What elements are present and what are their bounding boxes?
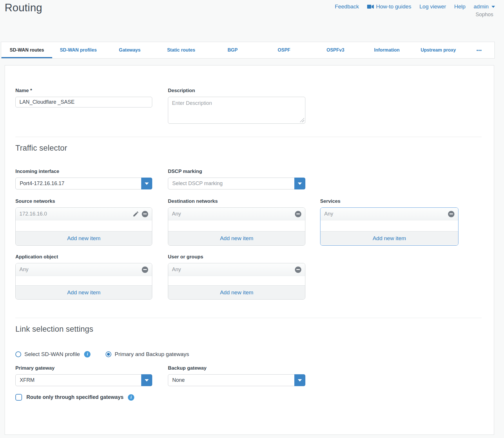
tab-bgp[interactable]: BGP (207, 42, 258, 58)
radio-label: Primary and Backup gateways (115, 351, 189, 357)
backup-gateway-select[interactable]: None (168, 374, 305, 386)
chevron-down-icon[interactable] (294, 178, 305, 189)
list-item: Any (16, 263, 152, 276)
route-only-checkbox[interactable] (15, 394, 22, 401)
info-icon[interactable]: i (84, 351, 90, 357)
tab-gateways[interactable]: Gateways (104, 42, 155, 58)
minus-circle-icon[interactable] (448, 211, 454, 217)
list-item: Any (168, 208, 305, 220)
incoming-interface-value: Port4-172.16.16.17 (16, 180, 141, 187)
minus-circle-icon[interactable] (142, 211, 148, 217)
item-text: Any (172, 267, 181, 273)
radio-primary-and-backup-gateways[interactable]: Primary and Backup gateways (106, 351, 189, 357)
application-object-box: Any Add new item (15, 263, 152, 300)
dscp-marking-placeholder: Select DSCP marking (168, 180, 294, 187)
tab-sd-wan-profiles[interactable]: SD-WAN profiles (52, 42, 104, 58)
backup-gateway-value: None (168, 377, 294, 383)
brand-label: Sophos (476, 12, 493, 18)
video-camera-icon (367, 4, 374, 9)
tab-upstream-proxy[interactable]: Upstream proxy (413, 42, 464, 58)
tab-ospfv3[interactable]: OSPFv3 (310, 42, 361, 58)
gateway-mode-radio-row: Select SD-WAN profile i Primary and Back… (15, 351, 482, 357)
header-links: Feedback How-to guides Log viewer Help a… (335, 3, 495, 10)
item-text: Any (324, 211, 333, 217)
required-asterisk: * (30, 88, 32, 93)
itembox-empty-area (320, 220, 458, 231)
tab-static-routes[interactable]: Static routes (155, 42, 207, 58)
itembox-empty-area (16, 276, 152, 285)
list-item: 172.16.16.0 (16, 208, 152, 220)
chevron-down-icon[interactable] (141, 178, 152, 189)
user-or-groups-label: User or groups (168, 254, 305, 260)
page-title: Routing (5, 2, 42, 14)
destination-networks-box: Any Add new item (168, 207, 305, 246)
section-divider (15, 318, 482, 318)
description-textarea[interactable] (168, 97, 305, 124)
help-link[interactable]: Help (454, 3, 465, 10)
itembox-empty-area (168, 220, 305, 231)
add-new-item-button[interactable]: Add new item (320, 231, 458, 245)
howto-guides-link[interactable]: How-to guides (367, 3, 411, 10)
chevron-down-icon[interactable] (294, 374, 305, 386)
source-networks-box: 172.16.16.0 Add new item (15, 207, 152, 246)
log-viewer-link[interactable]: Log viewer (419, 3, 446, 10)
application-object-label: Application object (15, 254, 152, 260)
routing-tabbar: SD-WAN routes SD-WAN profiles Gateways S… (1, 42, 495, 59)
backup-gateway-label: Backup gateway (168, 365, 305, 371)
name-label-text: Name (15, 88, 29, 93)
minus-circle-icon[interactable] (295, 267, 301, 273)
section-divider (15, 137, 482, 137)
add-new-item-button[interactable]: Add new item (168, 231, 305, 245)
tab-ospf[interactable]: OSPF (258, 42, 310, 58)
caret-down-icon (492, 6, 495, 8)
dscp-marking-label: DSCP marking (168, 168, 305, 174)
radio-unchecked-icon[interactable] (15, 351, 21, 357)
admin-menu[interactable]: admin (474, 3, 495, 10)
services-box: Any Add new item (320, 207, 458, 246)
item-text: Any (19, 267, 28, 273)
sd-wan-route-form-panel: Name * Description Traffic selector Inco… (5, 65, 494, 435)
add-new-item-button[interactable]: Add new item (168, 285, 305, 299)
itembox-empty-area (168, 276, 305, 285)
item-text: Any (172, 211, 181, 217)
minus-circle-icon[interactable] (142, 267, 148, 273)
howto-guides-label: How-to guides (376, 3, 411, 10)
user-or-groups-box: Any Add new item (168, 263, 305, 300)
destination-networks-label: Destination networks (168, 198, 305, 204)
primary-gateway-select[interactable]: XFRM (15, 374, 152, 386)
info-icon[interactable]: i (128, 394, 134, 401)
description-label: Description (168, 87, 305, 94)
incoming-interface-label: Incoming interface (15, 168, 152, 174)
list-item: Any (168, 263, 305, 276)
chevron-down-icon[interactable] (141, 374, 152, 386)
tab-more-ellipsis-icon[interactable]: ••• (464, 42, 494, 58)
add-new-item-button[interactable]: Add new item (16, 285, 152, 299)
list-item: Any (320, 208, 458, 220)
admin-label: admin (474, 3, 489, 10)
radio-select-sd-wan-profile[interactable]: Select SD-WAN profile i (15, 351, 90, 357)
incoming-interface-select[interactable]: Port4-172.16.16.17 (15, 178, 152, 189)
services-label: Services (320, 198, 458, 204)
feedback-link[interactable]: Feedback (335, 3, 359, 10)
name-label: Name * (15, 87, 152, 94)
tab-sd-wan-routes[interactable]: SD-WAN routes (1, 42, 52, 58)
pencil-edit-icon[interactable] (133, 211, 139, 217)
link-selection-heading: Link selection settings (15, 325, 482, 334)
itembox-empty-area (16, 220, 152, 231)
traffic-selector-heading: Traffic selector (15, 144, 482, 153)
radio-label: Select SD-WAN profile (24, 351, 80, 357)
item-text: 172.16.16.0 (19, 211, 47, 217)
dscp-marking-select[interactable]: Select DSCP marking (168, 178, 305, 189)
radio-checked-icon[interactable] (106, 351, 111, 357)
tab-information[interactable]: Information (361, 42, 412, 58)
route-only-label: Route only through specified gateways (26, 394, 124, 400)
minus-circle-icon[interactable] (295, 211, 301, 217)
route-only-checkbox-row: Route only through specified gateways i (15, 394, 482, 401)
add-new-item-button[interactable]: Add new item (16, 231, 152, 245)
name-input[interactable] (15, 97, 152, 107)
primary-gateway-label: Primary gateway (15, 365, 152, 371)
source-networks-label: Source networks (15, 198, 152, 204)
primary-gateway-value: XFRM (16, 377, 141, 383)
